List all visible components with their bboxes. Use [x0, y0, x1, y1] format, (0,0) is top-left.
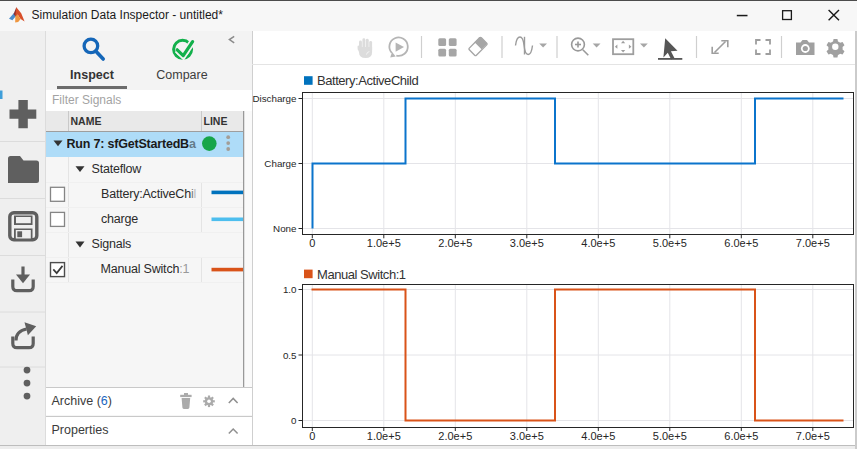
- svg-text:Battery:ActiveChild: Battery:ActiveChild: [317, 73, 418, 88]
- svg-text:5.0e+5: 5.0e+5: [653, 237, 687, 249]
- svg-text:None: None: [273, 223, 297, 234]
- svg-text:4.0e+5: 4.0e+5: [581, 237, 615, 249]
- svg-text:Charge: Charge: [264, 158, 297, 169]
- svg-text:6.0e+5: 6.0e+5: [724, 430, 758, 442]
- svg-text:0: 0: [309, 237, 315, 249]
- svg-text:Discharge: Discharge: [252, 93, 297, 104]
- svg-text:1.0e+5: 1.0e+5: [367, 237, 401, 249]
- svg-text:6.0e+5: 6.0e+5: [724, 237, 758, 249]
- svg-text:7.0e+5: 7.0e+5: [796, 430, 830, 442]
- svg-text:0: 0: [309, 430, 315, 442]
- svg-text:1.0: 1.0: [283, 284, 297, 295]
- svg-text:0: 0: [291, 415, 297, 426]
- svg-text:Manual Switch:1: Manual Switch:1: [317, 267, 406, 282]
- svg-text:0.5: 0.5: [283, 350, 297, 361]
- svg-text:1.0e+5: 1.0e+5: [367, 430, 401, 442]
- svg-text:2.0e+5: 2.0e+5: [438, 430, 472, 442]
- svg-text:7.0e+5: 7.0e+5: [796, 237, 830, 249]
- svg-text:2.0e+5: 2.0e+5: [438, 237, 472, 249]
- svg-text:4.0e+5: 4.0e+5: [581, 430, 615, 442]
- svg-text:3.0e+5: 3.0e+5: [510, 237, 544, 249]
- svg-text:3.0e+5: 3.0e+5: [510, 430, 544, 442]
- svg-text:5.0e+5: 5.0e+5: [653, 430, 687, 442]
